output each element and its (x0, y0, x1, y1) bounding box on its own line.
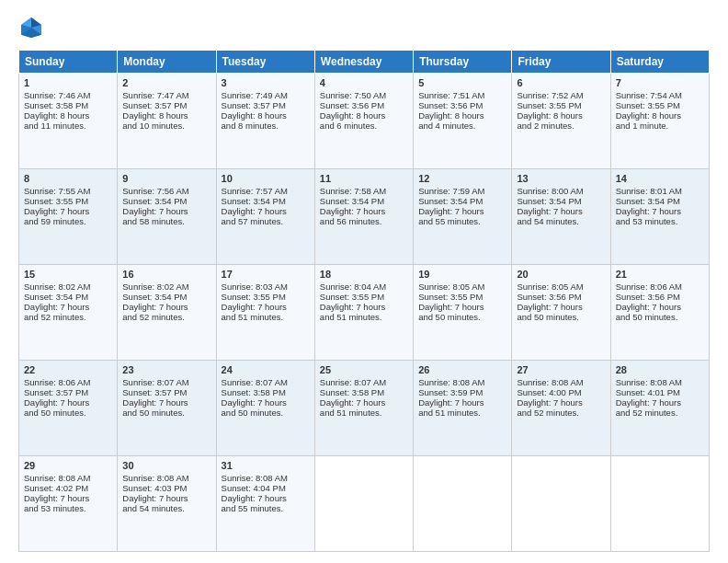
day-info-line: Sunrise: 8:08 AM (616, 377, 704, 387)
day-info-line: Sunset: 4:03 PM (122, 483, 210, 493)
day-info-line: Sunset: 3:55 PM (418, 292, 506, 302)
day-info-line: Sunset: 3:59 PM (418, 387, 506, 397)
day-info-line: Sunset: 3:55 PM (222, 292, 310, 302)
calendar-table: SundayMondayTuesdayWednesdayThursdayFrid… (18, 50, 710, 552)
day-info-line: and 58 minutes. (122, 216, 210, 226)
weekday-header-tuesday: Tuesday (216, 51, 314, 74)
day-info-line: Daylight: 7 hours (320, 397, 408, 408)
day-info-line: Sunrise: 8:07 AM (122, 377, 210, 387)
day-info-line: and 2 minutes. (517, 121, 605, 131)
calendar-cell: 20Sunrise: 8:05 AMSunset: 3:56 PMDayligh… (512, 265, 610, 361)
day-info-line: Daylight: 7 hours (320, 206, 408, 216)
day-info-line: Daylight: 7 hours (418, 302, 506, 312)
day-info-line: Sunset: 4:00 PM (517, 387, 605, 397)
day-info-line: Sunset: 3:55 PM (616, 100, 704, 110)
weekday-header-sunday: Sunday (19, 51, 118, 74)
day-info-line: and 56 minutes. (320, 216, 408, 226)
day-info-line: Daylight: 7 hours (517, 206, 605, 216)
day-number: 6 (517, 77, 605, 88)
calendar-cell: 11Sunrise: 7:58 AMSunset: 3:54 PMDayligh… (314, 169, 413, 265)
day-number: 15 (24, 269, 112, 280)
day-info-line: and 6 minutes. (320, 121, 408, 131)
day-info-line: Sunset: 3:58 PM (320, 387, 408, 397)
header (18, 15, 710, 40)
calendar-week-2: 8Sunrise: 7:55 AMSunset: 3:55 PMDaylight… (19, 169, 710, 265)
day-number: 16 (122, 269, 210, 280)
calendar-cell: 4Sunrise: 7:50 AMSunset: 3:56 PMDaylight… (314, 74, 413, 169)
day-info-line: and 4 minutes. (418, 121, 506, 131)
calendar-cell: 3Sunrise: 7:49 AMSunset: 3:57 PMDaylight… (216, 74, 314, 169)
calendar-cell: 5Sunrise: 7:51 AMSunset: 3:56 PMDaylight… (414, 74, 512, 169)
day-info-line: Sunrise: 8:05 AM (517, 282, 605, 292)
day-info-line: Sunrise: 8:04 AM (320, 282, 408, 292)
day-info-line: Daylight: 7 hours (418, 206, 506, 216)
day-info-line: Sunset: 3:54 PM (222, 196, 310, 206)
day-number: 4 (320, 77, 408, 88)
day-info-line: Daylight: 7 hours (24, 206, 112, 216)
calendar-cell: 16Sunrise: 8:02 AMSunset: 3:54 PMDayligh… (118, 265, 216, 361)
day-info-line: Sunrise: 8:02 AM (122, 282, 210, 292)
calendar-cell (414, 456, 512, 552)
day-info-line: Sunset: 3:58 PM (222, 387, 310, 397)
day-info-line: Sunset: 3:54 PM (122, 196, 210, 206)
day-number: 1 (24, 77, 112, 88)
day-info-line: Sunset: 3:56 PM (616, 292, 704, 302)
day-info-line: Daylight: 7 hours (122, 397, 210, 408)
day-info-line: Sunrise: 7:56 AM (122, 186, 210, 196)
calendar-cell: 18Sunrise: 8:04 AMSunset: 3:55 PMDayligh… (314, 265, 413, 361)
day-info-line: Daylight: 7 hours (222, 302, 310, 312)
calendar-cell: 1Sunrise: 7:46 AMSunset: 3:58 PMDaylight… (19, 74, 118, 169)
day-info-line: and 50 minutes. (222, 408, 310, 418)
day-info-line: Daylight: 7 hours (24, 397, 112, 408)
day-info-line: and 1 minute. (616, 121, 704, 131)
calendar-week-4: 22Sunrise: 8:06 AMSunset: 3:57 PMDayligh… (19, 361, 710, 456)
day-info-line: and 50 minutes. (517, 312, 605, 322)
day-info-line: Sunset: 4:01 PM (616, 387, 704, 397)
day-info-line: Sunset: 3:55 PM (320, 292, 408, 302)
day-number: 7 (616, 77, 704, 88)
day-number: 24 (222, 364, 310, 375)
day-info-line: and 11 minutes. (24, 121, 112, 131)
day-info-line: Sunset: 3:54 PM (517, 196, 605, 206)
day-info-line: Sunset: 3:54 PM (616, 196, 704, 206)
day-info-line: Sunset: 3:58 PM (24, 100, 112, 110)
calendar-cell (610, 456, 709, 552)
day-number: 25 (320, 364, 408, 375)
calendar-cell: 14Sunrise: 8:01 AMSunset: 3:54 PMDayligh… (610, 169, 709, 265)
day-info-line: Sunrise: 7:52 AM (517, 90, 605, 100)
calendar-cell: 10Sunrise: 7:57 AMSunset: 3:54 PMDayligh… (216, 169, 314, 265)
day-info-line: and 55 minutes. (222, 503, 310, 513)
weekday-header-saturday: Saturday (610, 51, 709, 74)
day-info-line: Sunset: 3:55 PM (24, 196, 112, 206)
calendar-cell: 30Sunrise: 8:08 AMSunset: 4:03 PMDayligh… (118, 456, 216, 552)
day-info-line: and 51 minutes. (320, 408, 408, 418)
day-info-line: Daylight: 7 hours (616, 302, 704, 312)
calendar-cell (314, 456, 413, 552)
day-info-line: Sunset: 3:57 PM (122, 387, 210, 397)
day-info-line: and 54 minutes. (517, 216, 605, 226)
day-info-line: and 54 minutes. (122, 503, 210, 513)
day-number: 30 (122, 460, 210, 471)
day-info-line: Sunset: 3:57 PM (24, 387, 112, 397)
calendar-cell: 24Sunrise: 8:07 AMSunset: 3:58 PMDayligh… (216, 361, 314, 456)
day-info-line: Daylight: 7 hours (222, 397, 310, 408)
day-number: 29 (24, 460, 112, 471)
day-info-line: Sunrise: 8:06 AM (24, 377, 112, 387)
day-info-line: and 51 minutes. (320, 312, 408, 322)
calendar-cell: 7Sunrise: 7:54 AMSunset: 3:55 PMDaylight… (610, 74, 709, 169)
day-info-line: and 52 minutes. (517, 408, 605, 418)
day-info-line: Daylight: 7 hours (320, 302, 408, 312)
day-number: 12 (418, 173, 506, 184)
day-number: 21 (616, 269, 704, 280)
calendar-cell: 21Sunrise: 8:06 AMSunset: 3:56 PMDayligh… (610, 265, 709, 361)
day-info-line: Sunrise: 7:55 AM (24, 186, 112, 196)
calendar-cell: 23Sunrise: 8:07 AMSunset: 3:57 PMDayligh… (118, 361, 216, 456)
day-info-line: Sunset: 4:02 PM (24, 483, 112, 493)
day-info-line: Daylight: 7 hours (616, 206, 704, 216)
calendar-week-5: 29Sunrise: 8:08 AMSunset: 4:02 PMDayligh… (19, 456, 710, 552)
day-info-line: and 52 minutes. (24, 312, 112, 322)
calendar-cell: 26Sunrise: 8:08 AMSunset: 3:59 PMDayligh… (414, 361, 512, 456)
calendar-cell: 2Sunrise: 7:47 AMSunset: 3:57 PMDaylight… (118, 74, 216, 169)
day-info-line: Sunrise: 7:50 AM (320, 90, 408, 100)
day-info-line: Sunset: 3:54 PM (320, 196, 408, 206)
